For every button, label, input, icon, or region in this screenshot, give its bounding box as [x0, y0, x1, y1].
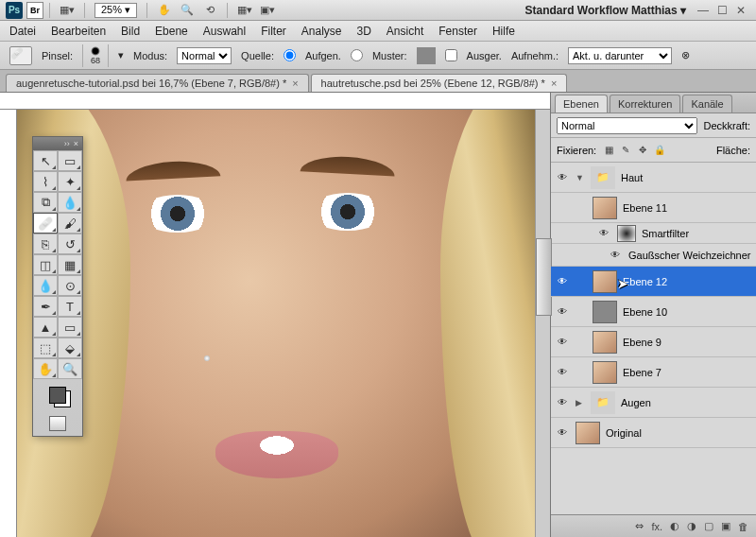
menu-ansicht[interactable]: Ansicht: [387, 25, 423, 38]
layer-group-augen[interactable]: ▶ 📁 Augen: [551, 388, 756, 418]
doc-tab-2[interactable]: hautretusche.psd bei 25% (Ebene 12, RGB/…: [311, 74, 568, 92]
path-select-tool[interactable]: ▲: [33, 317, 58, 338]
visibility-toggle[interactable]: [608, 248, 623, 263]
pen-tool[interactable]: ✒: [33, 296, 58, 317]
menu-analyse[interactable]: Analyse: [301, 25, 342, 38]
brush-picker[interactable]: 68: [82, 44, 109, 67]
zoom-tool[interactable]: 🔍: [58, 358, 82, 379]
layer-ebene7[interactable]: Ebene 7: [551, 357, 756, 388]
layer-smartfilter[interactable]: Smartfilter: [551, 223, 756, 244]
zoom-tool-icon[interactable]: 🔍: [178, 2, 197, 19]
visibility-toggle[interactable]: [555, 395, 570, 410]
close-tab-icon[interactable]: ×: [551, 78, 557, 89]
current-tool-icon[interactable]: 🩹: [9, 46, 32, 65]
gradient-tool[interactable]: ▦: [58, 254, 82, 275]
3d-camera-tool[interactable]: ⬙: [58, 338, 82, 358]
arrange-docs-icon[interactable]: ▦▾: [235, 2, 254, 19]
menu-hilfe[interactable]: Hilfe: [492, 25, 515, 38]
rotate-view-icon[interactable]: ⟲: [200, 2, 219, 19]
dodge-tool[interactable]: ⊙: [58, 275, 82, 296]
blend-mode-select[interactable]: Normal: [557, 117, 697, 134]
visibility-toggle[interactable]: [596, 226, 611, 241]
brush-dropdown-icon[interactable]: ▾: [118, 49, 124, 61]
visibility-toggle[interactable]: [555, 200, 570, 216]
doc-tab-1[interactable]: augenretusche-tutorial.psd bei 16,7% (Eb…: [6, 74, 309, 92]
toolbox-header[interactable]: ›› ×: [33, 137, 82, 150]
link-layers-icon[interactable]: ⇔: [635, 520, 644, 532]
horizontal-ruler[interactable]: [0, 93, 550, 110]
hand-tool[interactable]: ✋: [33, 358, 58, 379]
adjustment-layer-icon[interactable]: ◑: [687, 520, 696, 532]
tab-kanale[interactable]: Kanäle: [682, 95, 731, 113]
mode-select[interactable]: Normal: [177, 47, 232, 64]
shape-tool[interactable]: ▭: [58, 317, 82, 338]
view-extras-icon[interactable]: ▦▾: [58, 2, 77, 19]
close-button[interactable]: ✕: [731, 4, 750, 17]
blur-tool[interactable]: 💧: [33, 275, 58, 296]
zoom-level-dropdown[interactable]: 25% ▾: [94, 3, 137, 18]
workspace-switcher[interactable]: Standard Workflow Matthias ▾: [525, 4, 694, 17]
maximize-button[interactable]: ☐: [713, 4, 731, 17]
aligned-checkbox[interactable]: [445, 49, 457, 61]
tab-korrekturen[interactable]: Korrekturen: [610, 95, 680, 113]
menu-bild[interactable]: Bild: [121, 25, 140, 38]
visibility-toggle[interactable]: [555, 170, 570, 185]
vertical-ruler[interactable]: [0, 110, 17, 537]
menu-ebene[interactable]: Ebene: [155, 25, 188, 38]
layer-ebene12[interactable]: Ebene 12 ➤: [551, 267, 756, 297]
layer-gaussblur[interactable]: Gaußscher Weichzeichner: [551, 244, 756, 267]
wand-tool[interactable]: ✦: [58, 171, 82, 192]
source-pattern-radio[interactable]: [351, 49, 363, 61]
marquee-tool[interactable]: ▭: [58, 150, 82, 171]
photoshop-icon[interactable]: Ps: [6, 2, 23, 19]
close-panel-icon[interactable]: ×: [74, 139, 78, 148]
layer-original[interactable]: Original: [551, 418, 756, 448]
ignore-adj-icon[interactable]: ⊗: [681, 49, 690, 61]
pattern-swatch[interactable]: [417, 47, 436, 64]
menu-fenster[interactable]: Fenster: [438, 25, 477, 38]
close-tab-icon[interactable]: ×: [292, 78, 298, 89]
expand-icon[interactable]: ▼: [576, 173, 585, 182]
sample-select[interactable]: Akt. u. darunter: [568, 47, 672, 64]
menu-bearbeiten[interactable]: Bearbeiten: [51, 25, 106, 38]
hand-tool-icon[interactable]: ✋: [155, 2, 174, 19]
crop-tool[interactable]: ⧉: [33, 192, 58, 213]
layer-group-haut[interactable]: ▼ 📁 Haut: [551, 163, 756, 193]
healing-brush-tool[interactable]: 🩹: [33, 213, 58, 234]
visibility-toggle[interactable]: [555, 304, 570, 320]
visibility-toggle[interactable]: [555, 425, 570, 441]
eraser-tool[interactable]: ◫: [33, 254, 58, 275]
layer-ebene10[interactable]: Ebene 10: [551, 297, 756, 327]
layer-ebene11[interactable]: Ebene 11: [551, 193, 756, 223]
expand-icon[interactable]: ▶: [576, 398, 585, 407]
eyedropper-tool[interactable]: 💧: [58, 192, 82, 213]
color-swatches[interactable]: [33, 379, 82, 411]
foreground-color[interactable]: [49, 387, 66, 404]
canvas[interactable]: [17, 110, 535, 537]
lock-all-icon[interactable]: 🔒: [653, 144, 666, 157]
stamp-tool[interactable]: ⎘: [33, 234, 58, 254]
layer-mask-icon[interactable]: ◐: [670, 520, 679, 532]
vertical-scrollbar[interactable]: [535, 110, 550, 537]
visibility-toggle[interactable]: [555, 274, 570, 289]
history-brush-tool[interactable]: ↺: [58, 234, 82, 254]
menu-auswahl[interactable]: Auswahl: [203, 25, 246, 38]
visibility-toggle[interactable]: [555, 365, 570, 380]
quick-mask[interactable]: [33, 411, 82, 436]
lasso-tool[interactable]: ⌇: [33, 171, 58, 192]
menu-filter[interactable]: Filter: [261, 25, 286, 38]
tab-ebenen[interactable]: Ebenen: [555, 95, 608, 113]
move-tool[interactable]: ↖: [33, 150, 58, 171]
brush-tool[interactable]: 🖌: [58, 213, 82, 234]
layer-ebene9[interactable]: Ebene 9: [551, 327, 756, 357]
new-layer-icon[interactable]: ▣: [721, 520, 730, 532]
source-sampled-radio[interactable]: [284, 49, 296, 61]
lock-transparent-icon[interactable]: ▦: [602, 144, 615, 157]
new-group-icon[interactable]: ▢: [704, 520, 713, 532]
collapse-icon[interactable]: ››: [64, 139, 70, 148]
type-tool[interactable]: T: [58, 296, 82, 317]
delete-layer-icon[interactable]: 🗑: [738, 521, 748, 532]
toolbox[interactable]: ›› × ↖ ▭ ⌇ ✦ ⧉ 💧 🩹 🖌 ⎘ ↺ ◫ ▦ 💧 ⊙ ✒ T ▲ ▭…: [32, 136, 83, 437]
lock-pixels-icon[interactable]: ✎: [619, 144, 632, 157]
minimize-button[interactable]: —: [694, 4, 713, 17]
